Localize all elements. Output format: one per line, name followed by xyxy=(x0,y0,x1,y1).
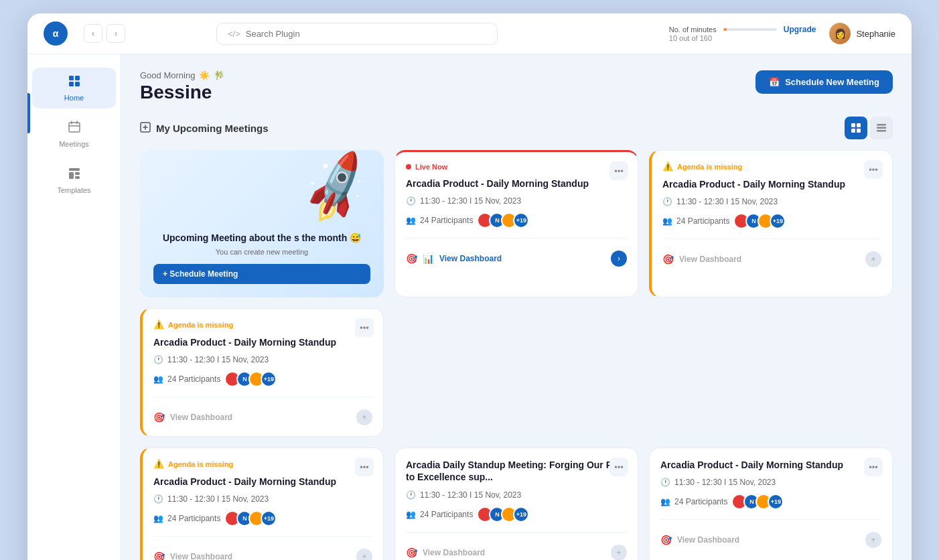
more-options-button-3[interactable]: ••• xyxy=(355,318,374,337)
live-dot xyxy=(406,164,411,169)
upgrade-link[interactable]: Upgrade xyxy=(784,25,816,34)
card-time-3: 🕐 11:30 - 12:30 I 15 Nov, 2023 xyxy=(153,355,372,364)
meeting-card-6: ••• Arcadia Product - Daily Morning Stan… xyxy=(649,447,893,560)
warning-icon-2: ⚠️ xyxy=(662,161,673,171)
card-footer-2: 🎯 View Dashboard + xyxy=(662,251,881,267)
content-header: Good Morning ☀️ 🎋 Bessine 📅 Schedule New… xyxy=(140,70,893,103)
participants-text-6: 24 Participants xyxy=(674,497,727,506)
card-title-4: Arcadia Product - Daily Morning Standup xyxy=(153,476,372,488)
card-participants-6: 👥 24 Participants N +19 xyxy=(660,494,881,510)
home-icon xyxy=(68,74,81,91)
participants-icon-3: 👥 xyxy=(153,374,163,384)
view-dashboard-link-1[interactable]: View Dashboard xyxy=(439,254,502,263)
view-dashboard-link-3[interactable]: View Dashboard xyxy=(170,413,232,422)
warning-icon-3: ⚠️ xyxy=(153,320,164,330)
svg-rect-11 xyxy=(69,172,74,179)
view-dashboard-link-4[interactable]: View Dashboard xyxy=(170,552,232,560)
sun-icon: ☀️ xyxy=(199,70,210,80)
promo-btn-label: + Schedule Meeting xyxy=(163,269,238,279)
calendar-icon: 📅 xyxy=(769,77,780,87)
user-info[interactable]: 👩 Stephanie xyxy=(829,23,895,44)
dashboard-action-btn-1[interactable]: › xyxy=(611,251,627,267)
view-toggle xyxy=(845,117,893,139)
more-options-button-4[interactable]: ••• xyxy=(355,458,374,476)
card-time-6: 🕐 11:30 - 12:30 I 15 Nov, 2023 xyxy=(660,478,881,487)
status-label-1: Live Now xyxy=(415,163,447,171)
svg-rect-5 xyxy=(75,82,80,86)
more-options-button-5[interactable]: ••• xyxy=(609,458,628,476)
card-title-5: Arcadia Daily Standup Meeting: Forging O… xyxy=(406,459,627,483)
card-participants-5: 👥 24 Participants N +19 xyxy=(406,506,627,522)
section-icon xyxy=(140,122,151,135)
dashboard-icon-2: 🎯 xyxy=(662,254,674,265)
meeting-card-5: ••• Arcadia Daily Standup Meeting: Forgi… xyxy=(394,447,638,560)
dashboard-action-btn-5[interactable]: + xyxy=(611,545,627,560)
dashboard-action-btn-2[interactable]: + xyxy=(865,251,881,267)
participants-icon-6: 👥 xyxy=(660,497,670,506)
avatar-plus-4: +19 xyxy=(261,510,277,527)
more-options-button-6[interactable]: ••• xyxy=(864,458,883,476)
card-participants-4: 👥 24 Participants N +19 xyxy=(153,510,372,527)
card-title-1: Arcadia Product - Daily Morning Standup xyxy=(406,178,627,190)
card-participants-1: 👥 24 Participants N +19 xyxy=(406,212,627,228)
card-footer-6: 🎯 View Dashboard + xyxy=(660,532,881,548)
time-text-1: 11:30 - 12:30 I 15 Nov, 2023 xyxy=(420,196,521,206)
card-time-4: 🕐 11:30 - 12:30 I 15 Nov, 2023 xyxy=(153,494,372,504)
more-options-button-1[interactable]: ••• xyxy=(609,161,628,180)
search-bar[interactable]: </> xyxy=(216,23,498,45)
promo-card: 🚀 Upcoming Meeting about the s the month… xyxy=(140,150,384,297)
more-options-button-2[interactable]: ••• xyxy=(864,160,883,179)
card-time-1: 🕐 11:30 - 12:30 I 15 Nov, 2023 xyxy=(406,196,627,206)
view-dashboard-link-6[interactable]: View Dashboard xyxy=(677,535,739,545)
sidebar-home-label: Home xyxy=(64,94,84,102)
warning-icon-4: ⚠️ xyxy=(153,459,164,469)
dashboard-icon-4: 🎯 xyxy=(153,551,165,560)
view-dashboard-link-5[interactable]: View Dashboard xyxy=(423,548,485,557)
avatar-stack-4: N +19 xyxy=(224,510,277,527)
time-text-4: 11:30 - 12:30 I 15 Nov, 2023 xyxy=(167,494,269,504)
time-text-3: 11:30 - 12:30 I 15 Nov, 2023 xyxy=(167,355,269,364)
sidebar-item-home[interactable]: Home xyxy=(32,68,116,109)
svg-rect-6 xyxy=(69,123,80,132)
sidebar-item-templates[interactable]: Templates xyxy=(32,160,116,201)
minutes-fill xyxy=(723,28,727,31)
nav-arrows: ‹ › xyxy=(84,24,125,43)
participants-icon-4: 👥 xyxy=(153,514,163,523)
svg-rect-16 xyxy=(857,123,861,127)
card-status-3: ⚠️ Agenda is missing xyxy=(153,320,372,330)
status-label-4: Agenda is missing xyxy=(168,460,233,468)
dashboard-action-btn-3[interactable]: + xyxy=(356,409,372,425)
section-title: My Upcoming Meetings xyxy=(140,122,269,135)
builder-icon-1: 📊 xyxy=(423,253,434,264)
view-dashboard-link-2[interactable]: View Dashboard xyxy=(679,255,741,264)
dashboard-action-btn-4[interactable]: + xyxy=(356,549,372,560)
back-button[interactable]: ‹ xyxy=(84,24,102,43)
schedule-new-meeting-button[interactable]: 📅 Schedule New Meeting xyxy=(755,70,893,94)
cards-grid-top: 🚀 Upcoming Meeting about the s the month… xyxy=(140,150,893,437)
card-footer-5: 🎯 View Dashboard + xyxy=(406,545,627,560)
grid-view-button[interactable] xyxy=(845,117,867,139)
sidebar-item-meetings[interactable]: Meetings xyxy=(32,114,116,155)
search-input[interactable] xyxy=(246,29,486,39)
forward-button[interactable]: › xyxy=(106,24,125,43)
schedule-meeting-promo-button[interactable]: + Schedule Meeting xyxy=(153,264,370,284)
card-footer-3: 🎯 View Dashboard + xyxy=(153,409,372,425)
clock-icon-4: 🕐 xyxy=(153,494,163,504)
avatar-plus-2: +19 xyxy=(770,213,786,229)
greeting-text: Good Morning xyxy=(140,70,195,80)
participants-icon-5: 👥 xyxy=(406,510,416,519)
logo-icon: α xyxy=(44,21,68,46)
minutes-count: 10 out of 160 xyxy=(669,34,712,42)
avatar-plus-1: +19 xyxy=(513,212,529,228)
dashboard-action-btn-6[interactable]: + xyxy=(865,532,881,548)
svg-text:α: α xyxy=(53,28,59,39)
svg-rect-10 xyxy=(69,168,80,171)
card-status-1: Live Now xyxy=(406,163,627,171)
sidebar-meetings-label: Meetings xyxy=(59,140,89,148)
cards-grid-bottom: ••• ⚠️ Agenda is missing Arcadia Product… xyxy=(140,447,893,560)
time-text-2: 11:30 - 12:30 I 15 Nov, 2023 xyxy=(676,197,778,206)
logo: α xyxy=(44,21,68,46)
participants-icon-2: 👥 xyxy=(662,216,672,226)
minutes-section: No. of minutes Upgrade 10 out of 160 xyxy=(669,25,816,42)
list-view-button[interactable] xyxy=(870,117,893,139)
